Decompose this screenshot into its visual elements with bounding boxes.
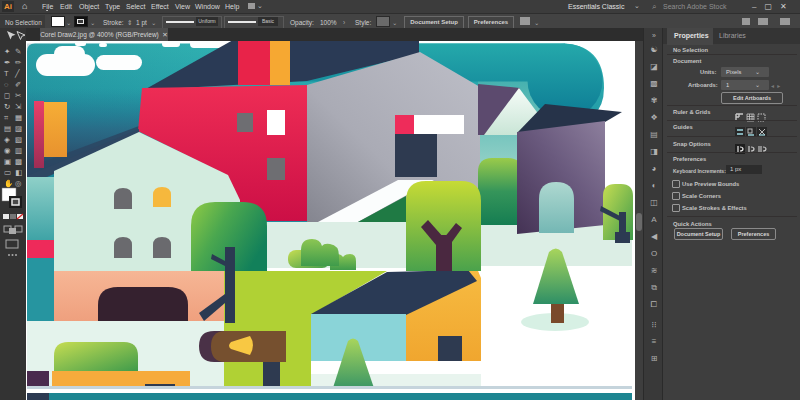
svg-text:▥: ▥ xyxy=(15,146,22,155)
svg-text:A: A xyxy=(651,215,657,224)
svg-text:◫: ◫ xyxy=(650,198,658,207)
svg-text:✒: ✒ xyxy=(4,58,10,67)
svg-text:»: » xyxy=(652,32,656,39)
svg-text:▨: ▨ xyxy=(15,124,22,133)
svg-text:◪: ◪ xyxy=(650,62,658,71)
svg-text:✎: ✎ xyxy=(15,47,21,56)
svg-text:◧: ◧ xyxy=(15,168,22,177)
svg-text:▩: ▩ xyxy=(650,79,658,88)
svg-text:✏: ✏ xyxy=(15,58,22,67)
svg-text:▤: ▤ xyxy=(4,124,11,133)
svg-text:⌗: ⌗ xyxy=(4,113,9,122)
svg-text:⁝⁝: ⁝⁝ xyxy=(651,320,656,329)
svg-text:▩: ▩ xyxy=(15,157,22,166)
svg-text:⇲: ⇲ xyxy=(15,102,21,111)
svg-text:◀: ◀ xyxy=(651,232,658,241)
svg-text:◉: ◉ xyxy=(4,146,11,155)
svg-text:⧉: ⧉ xyxy=(651,283,657,292)
svg-text:◻: ◻ xyxy=(4,91,10,100)
svg-text:⧠: ⧠ xyxy=(651,300,657,309)
svg-text:✦: ✦ xyxy=(4,47,10,56)
svg-text:O: O xyxy=(651,249,657,258)
svg-text:↻: ↻ xyxy=(4,102,10,111)
svg-text:◎: ◎ xyxy=(15,179,22,188)
svg-text:▭: ▭ xyxy=(4,168,11,177)
svg-text:▦: ▦ xyxy=(15,113,22,122)
svg-text:◐: ◐ xyxy=(652,181,657,190)
svg-text:✾: ✾ xyxy=(651,96,658,105)
svg-text:▤: ▤ xyxy=(650,130,658,139)
svg-text:▣: ▣ xyxy=(4,157,11,166)
svg-text:◕: ◕ xyxy=(652,164,657,173)
svg-text:⊞: ⊞ xyxy=(651,354,658,363)
svg-text:◨: ◨ xyxy=(650,147,658,156)
svg-text:✂: ✂ xyxy=(15,91,21,100)
svg-text:≡: ≡ xyxy=(652,337,657,346)
svg-text:╱: ╱ xyxy=(14,69,20,78)
svg-text:▧: ▧ xyxy=(15,135,22,144)
svg-text:☯: ☯ xyxy=(650,45,657,54)
svg-text:≋: ≋ xyxy=(651,266,658,275)
svg-text:✐: ✐ xyxy=(15,80,21,89)
svg-text:T: T xyxy=(4,69,9,78)
svg-text:❖: ❖ xyxy=(650,113,657,122)
svg-text:◈: ◈ xyxy=(4,135,10,144)
svg-text:◌: ◌ xyxy=(4,80,9,89)
svg-text:✋: ✋ xyxy=(4,179,14,188)
